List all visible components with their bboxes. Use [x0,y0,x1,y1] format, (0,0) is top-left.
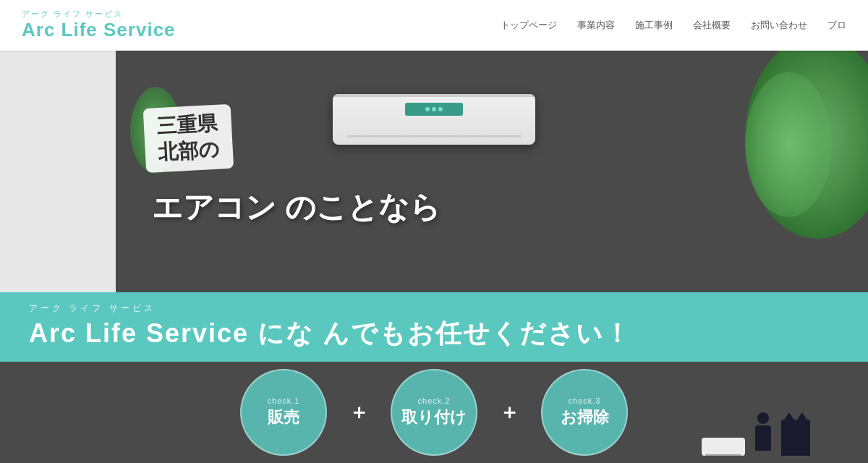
nav-top[interactable]: トップページ [501,19,557,32]
plus-sign-2: ＋ [499,399,519,426]
logo-subtitle: アーク ライフ サービス [22,9,123,19]
check-1-label-small: check.1 [268,396,300,405]
check-3-label-small: check.3 [569,396,601,405]
nav-contact[interactable]: お問い合わせ [751,19,807,32]
logo-area[interactable]: アーク ライフ サービス Arc Life Service [22,9,176,41]
cat-silhouette [781,420,810,456]
hero-main-text: エアコン のことなら [152,187,441,228]
greenery-right [738,51,868,268]
mini-aircon-icon [702,438,745,456]
check-2-label-small: check.2 [418,396,451,405]
check-area: check.1 販売 ＋ check.2 取り付け ＋ check.3 お掃除 [0,362,868,463]
person-body [755,425,771,451]
check-circle-2[interactable]: check.2 取り付け [391,369,477,456]
plus-sign-1: ＋ [349,399,369,426]
hero-text-area: 三重県 北部の エアコン のことなら [145,109,441,228]
tag-line-1: 三重県 [156,112,218,137]
logo-main: Arc Life Service [22,19,176,41]
nav-blog[interactable]: ブロ [827,19,846,32]
teal-banner: アーク ライフ サービス Arc Life Service にな んでもお任せく… [0,292,868,362]
person-head [757,412,769,424]
check-circle-1[interactable]: check.1 販売 [240,369,327,456]
nav-works[interactable]: 施工事例 [635,19,673,32]
tag-line: 三重県 北部の [156,111,221,166]
nav-about[interactable]: 会社概要 [693,19,731,32]
banner-main: Arc Life Service にな んでもお任せください！ [29,316,839,352]
person-silhouette [752,412,774,456]
check-2-label-main: 取り付け [401,407,467,428]
nav-business[interactable]: 事業内容 [577,19,615,32]
check-1-label-main: 販売 [268,407,299,428]
tag-line-2: 北部の [158,138,221,163]
tree-shape-2 [745,72,832,217]
tag-box: 三重県 北部の [143,104,234,173]
check-circle-3[interactable]: check.3 お掃除 [541,369,628,456]
check-3-label-main: お掃除 [561,407,609,428]
banner-subtitle: アーク ライフ サービス [29,302,839,315]
cat-ear-left [783,412,795,421]
hero-section: 三重県 北部の エアコン のことなら アーク ライフ サービス Arc Life… [0,51,868,463]
main-nav: トップページ 事業内容 施工事例 会社概要 お問い合わせ ブロ [501,19,846,32]
bottom-icons [702,412,810,456]
cat-ear-right [796,412,808,421]
header: アーク ライフ サービス Arc Life Service トップページ 事業内… [0,0,868,51]
